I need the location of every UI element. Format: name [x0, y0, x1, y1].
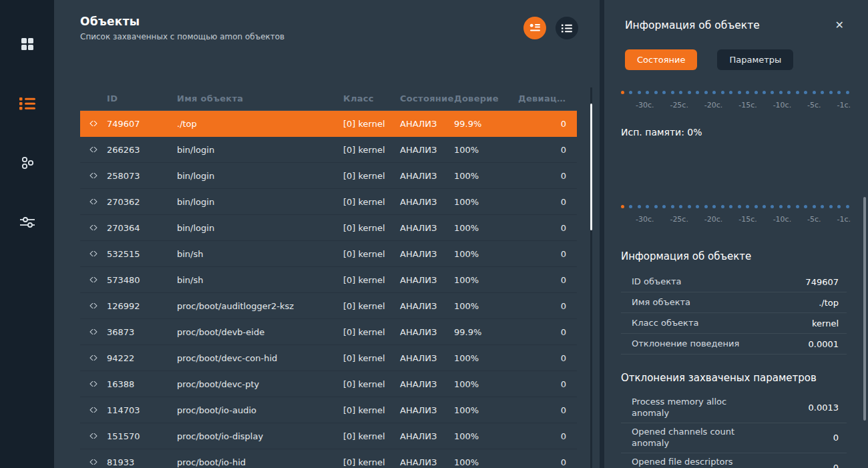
cell-id: 16388: [107, 379, 177, 389]
column-header-deviation[interactable]: Девиация: [518, 93, 577, 103]
table-row[interactable]: 270362bin/login[0] kernelАНАЛИЗ100%0: [80, 189, 577, 215]
anomalies-table: Process memory alloc anomaly0.0013Opened…: [621, 393, 847, 468]
object-diamond-icon: [80, 251, 107, 256]
chart-dot: [754, 205, 758, 208]
info-label: Opened channels count anomaly: [632, 427, 752, 449]
axis-label: -10с.: [773, 101, 792, 109]
chart-dot: [729, 91, 732, 94]
cell-trust: 100%: [454, 457, 518, 467]
chart-dot: [654, 91, 658, 94]
chart-dot: [746, 91, 749, 94]
axis-label: -1с.: [837, 101, 851, 109]
list-view-button[interactable]: [556, 17, 578, 39]
page-title: Объекты: [80, 15, 284, 28]
info-value: 0: [833, 433, 839, 443]
table-row[interactable]: 94222proc/boot/devc-con-hid[0] kernelАНА…: [80, 345, 577, 371]
info-label: Имя объекта: [632, 297, 690, 308]
cell-deviation: 0: [518, 145, 577, 155]
cell-name: proc/boot/auditlogger2-ksz: [177, 301, 343, 311]
chart-dot: [804, 91, 807, 94]
table-row[interactable]: 81933proc/boot/io-hid[0] kernelАНАЛИЗ100…: [80, 449, 577, 468]
column-header-class[interactable]: Класс: [343, 93, 400, 103]
chart-dot: [738, 91, 741, 94]
chart-dot: [821, 205, 824, 208]
info-section-heading: Информация об объекте: [621, 250, 868, 262]
sidebar-item-objects[interactable]: [13, 89, 42, 118]
dashboard-icon: [20, 37, 35, 51]
cell-deviation: 0: [518, 275, 577, 285]
column-header-trust[interactable]: Доверие: [454, 93, 518, 103]
person-list-icon: [529, 23, 540, 33]
table-scrollbar[interactable]: [590, 87, 592, 468]
tab-parameters[interactable]: Параметры: [717, 49, 793, 70]
trust-chart: -30с.-25с.-20с.-15с.-10с.-5с.-1с.: [621, 90, 849, 109]
cell-class: [0] kernel: [343, 145, 400, 155]
chart-dot: [771, 205, 774, 208]
column-header-id[interactable]: ID: [107, 93, 177, 103]
axis-label: -5с.: [807, 215, 821, 224]
column-header-name[interactable]: Имя объекта: [177, 93, 343, 103]
panel-header: Информация об объекте ✕: [625, 19, 868, 32]
table-row[interactable]: 532515bin/sh[0] kernelАНАЛИЗ100%0: [80, 241, 577, 267]
info-row: ID объекта749607: [621, 272, 847, 292]
cell-trust: 99.9%: [454, 327, 518, 337]
info-value: kernel: [812, 318, 839, 328]
cell-id: 270364: [107, 223, 177, 233]
object-diamond-icon: [80, 433, 107, 439]
info-label: ID объекта: [632, 276, 682, 288]
info-row: Класс объектаkernel: [621, 313, 847, 334]
chart-dot: [821, 91, 824, 94]
table-row[interactable]: 749607./top[0] kernelАНАЛИЗ99.9%0: [80, 111, 577, 137]
axis-label: -20с.: [704, 101, 723, 109]
object-diamond-icon: [80, 121, 107, 126]
nodes-icon: [19, 155, 35, 171]
cell-trust: 100%: [454, 431, 518, 441]
column-header-state[interactable]: Состояние: [400, 93, 454, 103]
table-row[interactable]: 126992proc/boot/auditlogger2-ksz[0] kern…: [80, 293, 577, 319]
chart-dot: [696, 91, 699, 94]
table-row[interactable]: 266263bin/login[0] kernelАНАЛИЗ100%0: [80, 137, 577, 163]
table-scrollbar-thumb[interactable]: [590, 103, 592, 230]
chart-dot: [646, 91, 649, 94]
panel-scrollbar[interactable]: [863, 197, 866, 421]
cell-name: bin/login: [177, 171, 343, 181]
cell-class: [0] kernel: [343, 249, 400, 259]
table-row[interactable]: 151570proc/boot/io-display[0] kernelАНАЛ…: [80, 423, 577, 449]
axis-label: -15с.: [738, 215, 757, 224]
table-row[interactable]: 258073bin/login[0] kernelАНАЛИЗ100%0: [80, 163, 577, 189]
chart-dot: [638, 205, 641, 208]
cell-deviation: 0: [518, 249, 577, 259]
cell-name: bin/login: [177, 145, 343, 155]
table-row[interactable]: 114703proc/boot/io-audio[0] kernelАНАЛИЗ…: [80, 397, 577, 423]
chart-dot: [721, 91, 724, 94]
cell-id: 266263: [107, 145, 177, 155]
table-row[interactable]: 270364bin/login[0] kernelАНАЛИЗ100%0: [80, 215, 577, 241]
table-header: ID Имя объекта Класс Состояние Доверие Д…: [80, 87, 577, 111]
cell-trust: 100%: [454, 171, 518, 181]
card-view-button[interactable]: [523, 17, 546, 39]
table-row[interactable]: 573480bin/sh[0] kernelАНАЛИЗ100%0: [80, 267, 577, 293]
object-diamond-icon: [80, 407, 107, 413]
cell-class: [0] kernel: [343, 405, 400, 415]
object-diamond-icon: [80, 329, 107, 334]
cell-id: 258073: [107, 171, 177, 181]
info-value: 0.0013: [809, 403, 839, 413]
cell-id: 36873: [107, 327, 177, 337]
chart-dot: [787, 205, 791, 208]
chart-dot: [721, 205, 724, 208]
table-row[interactable]: 36873proc/boot/devb-eide[0] kernelАНАЛИЗ…: [80, 319, 577, 345]
chart-dot: [754, 91, 758, 94]
sidebar-item-nodes[interactable]: [13, 148, 42, 178]
table-row[interactable]: 16388proc/boot/devc-pty[0] kernelАНАЛИЗ1…: [80, 371, 577, 397]
close-icon[interactable]: ✕: [834, 19, 845, 32]
cell-trust: 100%: [454, 405, 518, 415]
info-value: 0: [833, 463, 839, 468]
cell-class: [0] kernel: [343, 119, 400, 129]
info-label: Класс объекта: [632, 318, 698, 329]
sidebar-item-settings[interactable]: [13, 208, 42, 237]
cell-class: [0] kernel: [343, 327, 400, 337]
info-label: Process memory alloc anomaly: [632, 397, 752, 419]
sidebar-item-dashboard[interactable]: [13, 29, 42, 59]
chart-dot: [704, 205, 708, 208]
tab-state[interactable]: Состояние: [625, 49, 697, 70]
